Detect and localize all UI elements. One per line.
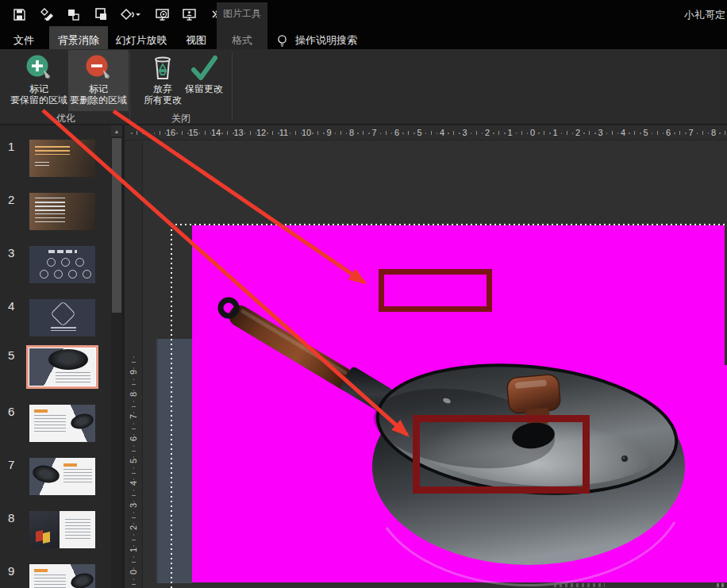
ruler-tick: [133, 434, 135, 436]
tab-slideshow[interactable]: 幻灯片放映: [115, 32, 167, 49]
group-divider: [232, 52, 233, 121]
hexagon-icon: [68, 270, 77, 279]
slide-thumbnail-5[interactable]: [29, 348, 95, 386]
hexagon-icon: [75, 258, 84, 267]
ruler-number: 8: [129, 386, 138, 402]
format-painter-icon[interactable]: [38, 6, 54, 22]
ruler-tick: [272, 131, 273, 135]
ruler-tick: [132, 562, 136, 563]
ruler-tick: [697, 133, 698, 134]
keep-area-annotation-rect: [413, 415, 590, 494]
ribbon: 标记 要保留的区域 标记 要删除的区域 放弃 所有更改 保留更改 优化 关: [0, 49, 727, 125]
slide-thumbnail-8[interactable]: [29, 511, 95, 548]
thumbnail-graphic: [36, 530, 43, 542]
ruler-tick: [221, 133, 223, 134]
ruler-number: 9: [129, 364, 138, 380]
ruler-number: 7: [129, 409, 138, 425]
ruler-tick: [612, 131, 613, 135]
scrollbar-up-arrow[interactable]: ▲: [111, 125, 122, 136]
ruler-number: 5: [129, 453, 138, 469]
ruler-tick: [137, 131, 137, 135]
ruler-tick: [227, 131, 228, 135]
quick-access-toolbar: [11, 6, 224, 22]
thumbnail-graphic: [35, 162, 49, 166]
thumbnail-graphic: [69, 412, 95, 432]
ruler-tick: [414, 133, 415, 134]
bring-forward-icon[interactable]: [65, 6, 81, 22]
account-username[interactable]: 小礼哥定: [684, 8, 725, 22]
ruler-tick: [340, 131, 341, 135]
ruler-tick: [199, 133, 201, 134]
ruler-number: 0: [129, 564, 138, 580]
ruler-tick: [132, 473, 136, 474]
ruler-tick: [431, 131, 432, 135]
ruler-tick: [425, 133, 427, 134]
lightbulb-icon: [276, 34, 288, 48]
thumbnail-graphic: [31, 463, 61, 486]
thumbnail-graphic: [34, 415, 66, 432]
tab-background-removal[interactable]: 背景消除: [49, 32, 108, 49]
ruler-tick: [652, 133, 653, 134]
ruler-tick: [674, 133, 675, 134]
hexagon-icon: [54, 270, 63, 279]
hexagon-icon: [83, 270, 91, 279]
tell-me-search[interactable]: 操作说明搜索: [276, 32, 357, 49]
ruler-tick: [133, 412, 135, 413]
tab-format[interactable]: 格式: [217, 32, 267, 49]
ruler-tick: [679, 131, 680, 135]
ruler-tick: [459, 133, 460, 134]
ruler-tick: [561, 133, 563, 134]
ruler-tick: [498, 131, 499, 135]
presenter-view-icon[interactable]: [181, 6, 197, 22]
group-label-refine: 优化: [8, 112, 124, 125]
ruler-tick: [640, 133, 641, 134]
ruler-tick: [132, 406, 136, 407]
slide-thumbnail-9[interactable]: [29, 564, 95, 588]
thumbnail-graphic: [51, 327, 76, 332]
plus-circle-pencil-icon: [3, 54, 75, 83]
slide-thumbnail-7[interactable]: [29, 458, 95, 495]
thumbnail-graphic: [34, 569, 48, 572]
ruler-tick: [133, 456, 135, 458]
hexagon-icon: [40, 270, 48, 279]
ruler-tick: [133, 401, 135, 402]
save-icon[interactable]: [11, 6, 27, 22]
slide-thumbnail-2[interactable]: [29, 193, 95, 230]
ruler-tick: [132, 384, 136, 385]
slide-thumbnail-1[interactable]: [29, 140, 95, 177]
ruler-number: 1: [129, 542, 138, 558]
slide-number: 5: [8, 348, 14, 362]
ruler-tick: [250, 131, 251, 135]
shape-combine-icon[interactable]: [119, 6, 143, 22]
thumbnail-graphic: [56, 372, 90, 382]
slide-thumbnail-6[interactable]: [29, 405, 95, 442]
clipped-slide-text: [554, 583, 605, 587]
tab-file[interactable]: 文件: [10, 32, 38, 49]
ruler-tick: [295, 131, 296, 135]
ruler-tick: [719, 133, 721, 134]
ruler-tick: [549, 133, 551, 134]
clipped-slide-text: [717, 583, 726, 587]
ruler-tick: [437, 133, 438, 134]
ruler-tick: [346, 133, 348, 134]
ruler-tick: [567, 131, 567, 135]
ruler-tick: [290, 133, 291, 134]
ruler-tick: [544, 131, 544, 135]
ruler-tick: [132, 540, 136, 540]
ruler-tick: [131, 133, 133, 134]
ruler-tick: [402, 133, 404, 134]
send-backward-icon[interactable]: [92, 6, 108, 22]
slideshow-from-start-icon[interactable]: [154, 6, 170, 22]
tab-view[interactable]: 视图: [183, 32, 209, 49]
powerpoint-window: 小礼哥定 图片工具 文件 背景消除 幻灯片放映 视图 格式 操作说明搜索 标记 …: [0, 0, 727, 588]
slide-thumbnail-4[interactable]: [29, 299, 95, 336]
ruler-tick: [368, 133, 370, 134]
remove-area-annotation-rect: [379, 269, 492, 312]
ruler-tick: [685, 133, 687, 134]
slide-number: 1: [8, 140, 14, 153]
slide-thumbnail-3[interactable]: [29, 246, 95, 283]
scrollbar-thumb[interactable]: [112, 138, 121, 313]
ruler-tick: [133, 478, 135, 480]
ruler-tick: [182, 131, 183, 135]
ruler-tick: [482, 133, 483, 134]
